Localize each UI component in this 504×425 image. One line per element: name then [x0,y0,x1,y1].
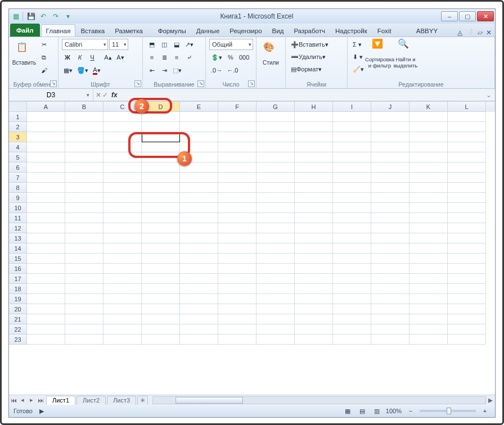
cell-H22[interactable] [295,324,333,334]
cell-C23[interactable] [104,334,142,345]
cell-H18[interactable] [295,284,333,294]
cell-B16[interactable] [65,264,104,274]
currency-icon[interactable]: 💲▾ [209,52,224,63]
align-left-icon[interactable]: ≡ [146,52,158,63]
cell-D10[interactable] [142,203,180,213]
cell-E4[interactable] [180,142,218,152]
cell-F21[interactable] [218,314,256,324]
cell-I11[interactable] [333,213,371,223]
cell-A17[interactable] [27,274,65,284]
cell-A22[interactable] [27,324,65,334]
cell-B19[interactable] [65,294,104,304]
cell-H12[interactable] [295,223,333,233]
cell-A15[interactable] [27,254,65,264]
cell-C12[interactable] [104,223,142,233]
cell-C2[interactable] [104,122,142,132]
cell-B21[interactable] [65,314,104,324]
format-painter-icon[interactable]: 🖌 [38,65,50,76]
cell-J3[interactable] [371,132,410,142]
qat-more-icon[interactable]: ▾ [62,12,74,21]
cell-E8[interactable] [180,183,218,193]
cell-K14[interactable] [410,243,448,254]
cell-B14[interactable] [65,243,104,254]
cell-H5[interactable] [295,152,333,162]
cell-L20[interactable] [448,304,486,314]
column-header-A[interactable]: A [27,102,65,112]
cell-K11[interactable] [410,213,448,223]
cell-J14[interactable] [371,243,410,254]
cell-G22[interactable] [256,324,295,334]
cell-C21[interactable] [104,314,142,324]
cell-F4[interactable] [218,142,256,152]
cell-C13[interactable] [104,233,142,243]
cell-J21[interactable] [371,314,410,324]
cell-C22[interactable] [104,324,142,334]
cell-E20[interactable] [180,304,218,314]
cell-F15[interactable] [218,254,256,264]
cell-I17[interactable] [333,274,371,284]
cell-I1[interactable] [333,112,371,122]
cell-B22[interactable] [65,324,104,334]
column-header-K[interactable]: K [410,102,448,112]
increase-indent-icon[interactable]: ⇥ [159,65,170,76]
column-header-B[interactable]: B [65,102,104,112]
cell-C15[interactable] [104,254,142,264]
zoom-slider[interactable] [420,410,476,412]
cell-F3[interactable] [218,132,256,142]
cell-H15[interactable] [295,254,333,264]
cut-icon[interactable]: ✂ [38,39,50,50]
fill-color-icon[interactable]: 🪣▾ [75,65,90,76]
cell-L18[interactable] [448,284,486,294]
cell-J7[interactable] [371,173,410,183]
tab-formulas[interactable]: Формулы [153,24,191,37]
cell-I23[interactable] [333,334,371,345]
cell-F12[interactable] [218,223,256,233]
row-header-3[interactable]: 3 [9,132,27,142]
cell-G15[interactable] [256,254,295,264]
cancel-formula-icon[interactable]: ✕ [96,91,101,99]
insert-function-button[interactable]: fx [111,91,118,99]
cell-F13[interactable] [218,233,256,243]
zoom-in-icon[interactable]: + [479,405,490,417]
row-header-21[interactable]: 21 [9,314,27,324]
cell-L4[interactable] [448,142,486,152]
cell-B8[interactable] [65,183,104,193]
cell-B7[interactable] [65,173,104,183]
sheet-nav-last-icon[interactable]: ⏭ [36,396,45,405]
save-icon[interactable]: 💾 [25,12,37,21]
cell-C8[interactable] [104,183,142,193]
cell-I18[interactable] [333,284,371,294]
tab-abbyy[interactable]: ABBYY PDF [411,24,457,37]
cell-I8[interactable] [333,183,371,193]
column-header-I[interactable]: I [333,102,371,112]
cell-D14[interactable] [142,243,180,254]
tab-view[interactable]: Вид [267,24,289,37]
cell-H8[interactable] [295,183,333,193]
cell-G20[interactable] [256,304,295,314]
cell-L11[interactable] [448,213,486,223]
align-bottom-icon[interactable]: ⬓ [171,39,182,50]
cell-J17[interactable] [371,274,410,284]
row-header-10[interactable]: 10 [9,203,27,213]
cell-E11[interactable] [180,213,218,223]
number-format-select[interactable]: Общий [209,39,253,50]
cell-B1[interactable] [65,112,104,122]
cell-J12[interactable] [371,223,410,233]
cell-D4[interactable] [142,142,180,152]
cell-B9[interactable] [65,193,104,203]
cell-F14[interactable] [218,243,256,254]
cell-L14[interactable] [448,243,486,254]
cell-J19[interactable] [371,294,410,304]
row-header-23[interactable]: 23 [9,334,27,345]
delete-cells-button[interactable]: ➖ Удалить ▾ [289,51,327,62]
cell-I2[interactable] [333,122,371,132]
cell-G19[interactable] [256,294,295,304]
cell-L23[interactable] [448,334,486,345]
row-header-1[interactable]: 1 [9,112,27,122]
cell-D16[interactable] [142,264,180,274]
paste-button[interactable]: 📋 Вставить [12,39,36,69]
cell-F22[interactable] [218,324,256,334]
underline-button[interactable]: Ч [87,52,98,63]
cell-E13[interactable] [180,233,218,243]
row-header-16[interactable]: 16 [9,264,27,274]
